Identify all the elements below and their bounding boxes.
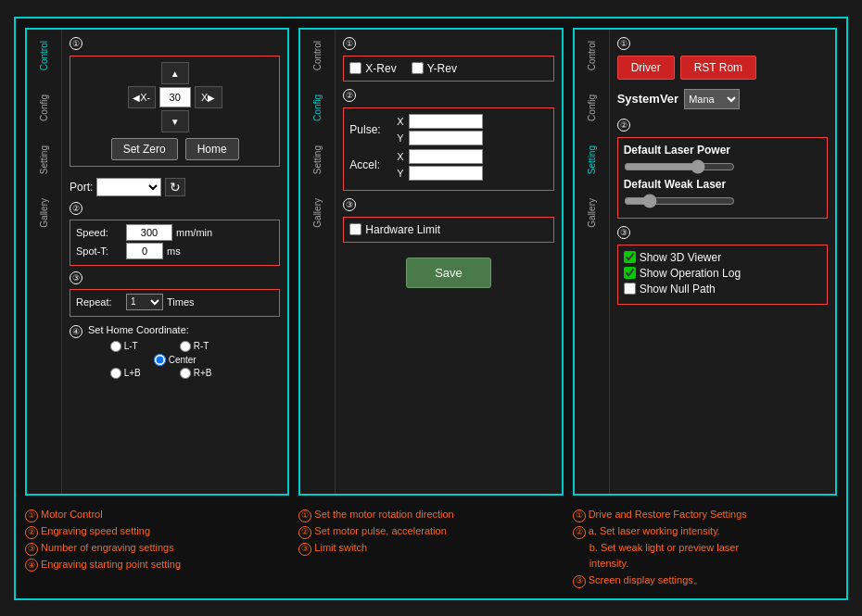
main-container: Control Config Setting Gallery ① X- [14,17,848,600]
sidebar2-item-control[interactable]: Control [311,37,324,74]
home-rt-radio[interactable] [180,341,191,352]
repeat-unit: Times [167,296,195,308]
footer1-num4: ④ [25,559,38,572]
footer1-item1: ①Motor Control [25,507,289,522]
home-center: Center [70,354,280,366]
driver-button[interactable]: Driver [617,56,675,80]
panel-settings: Control Config Setting Gallery ① Driver … [573,28,837,497]
home-center-radio[interactable] [154,354,166,366]
jog-x-plus-btn[interactable]: X [195,86,222,108]
sidebar2-item-gallery[interactable]: Gallery [311,195,324,232]
weak-laser-slider-container [624,195,821,210]
pulse-y-input[interactable] [409,131,483,145]
speed-input[interactable] [126,224,172,241]
show-op-log-checkbox[interactable] [624,267,636,279]
footer: ①Motor Control ②Engraving speed setting … [25,503,837,588]
accel-x-input[interactable] [409,149,483,164]
badge-2-speed: ② [70,202,82,215]
port-select[interactable] [96,178,161,196]
weak-laser-title: Default Weak Laser [624,178,821,191]
accel-x-row: X [397,149,483,164]
laser-power-slider[interactable] [624,160,735,173]
jog-y-plus-btn[interactable] [161,62,189,84]
rst-rom-button[interactable]: RST Rom [680,56,756,80]
home-lb-radio[interactable] [110,368,121,379]
home-rb: R+B [180,368,240,379]
show-op-log-item: Show Operation Log [624,267,821,280]
save-button[interactable]: Save [406,258,491,288]
yrev-checkbox[interactable] [412,62,424,74]
sidebar-item-setting-1[interactable]: Setting [37,142,51,178]
panel1-content: ① X- X Set Zero [62,30,287,495]
accel-y-input[interactable] [409,166,483,181]
spot-t-unit: ms [167,245,181,257]
hw-limit-item: Hardware Limit [349,223,440,236]
repeat-row: Repeat: 123 Times [76,294,273,310]
spot-t-input[interactable] [126,243,163,259]
pulse-x-input[interactable] [409,114,483,129]
panel-motor-control: Control Config Setting Gallery ① X- [25,28,289,497]
footer2-num3: ③ [298,543,311,556]
footer2-num2: ② [298,526,311,539]
badge3-3: ③ [617,226,630,239]
action-buttons: Set Zero Home [111,138,239,160]
sysver-select[interactable]: Mana [684,89,740,109]
sidebar-2: Control Config Setting Gallery [300,30,336,495]
sidebar2-item-config[interactable]: Config [311,91,324,125]
pulse-x-label: X [397,116,406,127]
badge3-1: ① [617,37,630,50]
jog-row-bottom [161,110,189,132]
footer1-item2: ②Engraving speed setting [25,523,289,539]
home-lt-radio[interactable] [110,341,121,352]
show-null-checkbox[interactable] [624,283,636,295]
jog-row-top [161,62,189,84]
home-rb-radio[interactable] [180,368,191,379]
sidebar-item-gallery-1[interactable]: Gallery [37,195,51,232]
hw-limit-checkbox[interactable] [349,223,361,235]
sidebar3-item-control[interactable]: Control [585,37,599,74]
jog-y-minus-btn[interactable] [161,110,189,132]
footer3-num1: ① [573,509,586,522]
set-zero-button[interactable]: Set Zero [111,138,178,160]
jog-value-input[interactable] [159,87,191,107]
pulse-x-row: X [397,114,483,129]
sidebar3-item-setting[interactable]: Setting [585,142,599,178]
sidebar-item-config-1[interactable]: Config [37,91,51,125]
show-null-label: Show Null Path [640,283,716,295]
xrev-label: X-Rev [365,62,396,75]
laser-power-title: Default Laser Power [624,144,821,157]
footer3-item3: b. Set weak light or preview laser [573,540,837,556]
xrev-checkbox[interactable] [349,62,361,74]
show-null-item: Show Null Path [624,283,821,295]
home-button[interactable]: Home [185,138,239,160]
footer1-item4: ④Engraving starting point setting [25,557,289,572]
accel-y-label: Y [397,168,406,179]
badge2-1: ① [343,37,356,50]
footer3-item5: ③Screen display settings。 [573,572,837,588]
repeat-select[interactable]: 123 [126,294,163,310]
footer2-num1: ① [298,509,311,522]
footer-col-3: ①Drive and Restore Factory Settings ②a. … [573,507,837,588]
sidebar-item-control-1[interactable]: Control [37,37,51,74]
refresh-button[interactable] [165,178,185,196]
home-lt: L-T [110,341,171,352]
pulse-accel-section: Pulse: X Y Acc [343,107,553,191]
pulse-xy: X Y [397,114,483,145]
home-coord-section: ④ Set Home Coordinate: L-T R-T Center [70,322,280,381]
sidebar-1: Control Config Setting Gallery [27,30,62,495]
jog-x-minus-btn[interactable]: X- [128,86,156,108]
badge2-2: ② [343,89,356,102]
speed-section: Speed: mm/min Spot-T: ms [70,220,280,266]
speed-unit: mm/min [176,227,212,238]
speed-label: Speed: [76,227,122,238]
sysver-label: SystemVer [617,92,679,106]
weak-laser-slider[interactable] [624,195,735,207]
sidebar2-item-setting[interactable]: Setting [311,142,324,178]
home-coord-title: Set Home Coordinate: [88,324,189,335]
sidebar3-item-gallery[interactable]: Gallery [585,195,599,232]
badge-3-repeat: ③ [70,271,82,284]
sidebar3-item-config[interactable]: Config [585,91,599,125]
driver-buttons: Driver RST Rom [617,56,828,80]
show-3d-checkbox[interactable] [624,251,636,263]
badge2-3: ③ [343,198,356,211]
